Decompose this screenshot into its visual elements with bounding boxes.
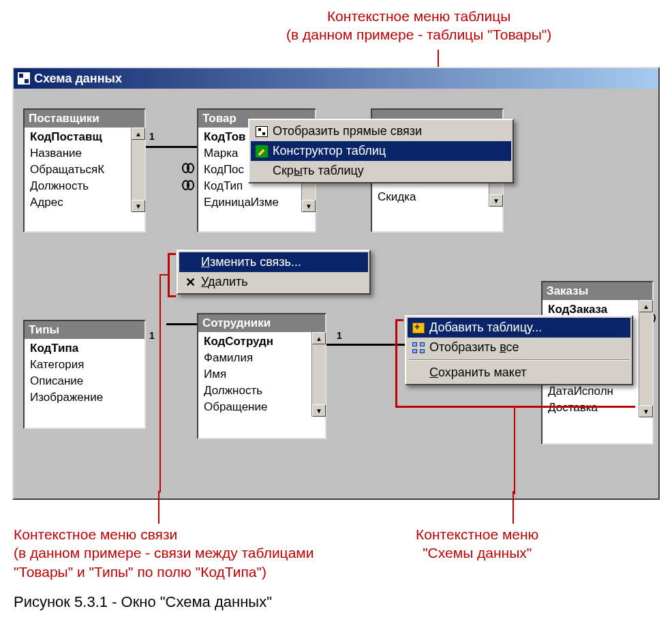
rel-line[interactable] xyxy=(144,146,199,148)
table-field[interactable]: КодПоставщ xyxy=(29,129,144,145)
table-header[interactable]: Поставщики xyxy=(25,110,144,128)
relationships-window: Схема данных 1 1 1 Поставщики КодПоставщ… xyxy=(12,67,660,500)
table-header[interactable]: Типы xyxy=(25,321,144,339)
table-field[interactable]: КодСотрудн xyxy=(202,333,325,350)
table-field[interactable]: Фамилия xyxy=(202,350,325,366)
scroll-down-button[interactable]: ▼ xyxy=(639,405,653,417)
rel-cardinality-many xyxy=(182,163,193,174)
menu-item-label: Удалить xyxy=(201,275,248,289)
scroll-down-button[interactable]: ▼ xyxy=(132,200,145,212)
menu-item-label: Отобразить все xyxy=(429,340,519,355)
menu-item-edit-relationship[interactable]: Изменить связь... xyxy=(179,252,368,272)
callout-line xyxy=(513,491,514,524)
rel-cardinality-many xyxy=(182,180,193,191)
annotation-bottom-left: Контекстное меню связи (в данном примере… xyxy=(14,525,314,581)
table-field[interactable]: Описание xyxy=(29,373,144,389)
window-titlebar[interactable]: Схема данных xyxy=(14,68,658,89)
menu-item-label: Конструктор таблиц xyxy=(273,144,386,158)
menu-item-delete[interactable]: ✕ Удалить xyxy=(179,272,368,292)
scrollbar[interactable]: ▲ ▼ xyxy=(311,332,325,417)
callout-line xyxy=(168,253,170,297)
context-menu-schema[interactable]: Добавить таблицу... Отобразить все Сохра… xyxy=(405,315,633,385)
callout-line xyxy=(159,274,161,492)
menu-item-add-table[interactable]: Добавить таблицу... xyxy=(408,318,630,338)
window-title: Схема данных xyxy=(34,72,122,86)
menu-item-label: Добавить таблицу... xyxy=(429,321,542,335)
context-menu-link[interactable]: Изменить связь... ✕ Удалить xyxy=(177,250,371,295)
blank-icon xyxy=(183,256,197,269)
callout-line xyxy=(168,253,176,255)
delete-icon: ✕ xyxy=(183,275,197,289)
table-field[interactable]: Доставка xyxy=(547,400,652,416)
scrollbar[interactable]: ▲ ▼ xyxy=(131,128,144,212)
table-header[interactable]: Сотрудники xyxy=(198,314,325,332)
menu-item-hide-table[interactable]: Скрыть таблицу xyxy=(251,161,511,181)
callout-line xyxy=(395,319,403,321)
table-field[interactable]: Обращение xyxy=(202,399,325,415)
callout-line xyxy=(395,319,397,408)
callout-line xyxy=(514,406,515,494)
table-field[interactable]: Должность xyxy=(29,178,144,194)
rel-icon xyxy=(255,125,269,138)
table-field[interactable]: Имя xyxy=(202,366,325,383)
table-field[interactable]: КодТипа xyxy=(29,340,144,357)
table-header[interactable]: Заказы xyxy=(543,282,652,300)
scroll-up-button[interactable]: ▲ xyxy=(132,128,145,140)
menu-item-show-direct-links[interactable]: Отобразить прямые связи xyxy=(251,121,511,141)
table-field[interactable]: Должность xyxy=(202,383,325,399)
add-table-icon xyxy=(412,321,425,335)
table-types[interactable]: Типы КодТипа Категория Описание Изображе… xyxy=(23,320,146,429)
annotation-top: Контекстное меню таблицы (в данном приме… xyxy=(286,7,551,44)
table-suppliers[interactable]: Поставщики КодПоставщ Название Обращатьс… xyxy=(23,108,146,233)
menu-item-show-all[interactable]: Отобразить все xyxy=(408,338,630,357)
table-field[interactable]: Скидка xyxy=(376,189,502,205)
context-menu-table[interactable]: Отобразить прямые связи Конструктор табл… xyxy=(248,119,514,183)
table-field[interactable]: ДатаИсполн xyxy=(547,383,652,400)
blank-icon xyxy=(412,366,425,380)
menu-item-label: Сохранить макет xyxy=(429,366,527,380)
rel-line[interactable] xyxy=(166,323,200,325)
scroll-up-button[interactable]: ▲ xyxy=(639,300,653,312)
scroll-down-button[interactable]: ▼ xyxy=(489,194,503,207)
callout-line xyxy=(158,491,159,524)
table-field[interactable]: Изображение xyxy=(29,389,144,406)
scroll-down-button[interactable]: ▼ xyxy=(312,404,326,417)
table-field[interactable]: ОбращатьсяК xyxy=(29,162,144,178)
rel-cardinality-one: 1 xyxy=(149,330,155,341)
rel-cardinality-one: 1 xyxy=(337,330,342,341)
scroll-down-button[interactable]: ▼ xyxy=(302,200,316,212)
grid-icon xyxy=(412,341,425,355)
menu-separator xyxy=(409,359,629,361)
callout-line xyxy=(168,295,176,297)
annotation-bottom-right: Контекстное меню "Схемы данных" xyxy=(416,525,538,563)
rel-cardinality-one: 1 xyxy=(149,131,155,142)
menu-item-label: Изменить связь... xyxy=(201,255,301,269)
table-employees[interactable]: Сотрудники КодСотрудн Фамилия Имя Должно… xyxy=(197,313,326,439)
table-field[interactable]: Категория xyxy=(29,357,144,373)
menu-item-save-layout[interactable]: Сохранить макет xyxy=(408,363,630,383)
menu-item-label: Отобразить прямые связи xyxy=(273,124,422,138)
scroll-up-button[interactable]: ▲ xyxy=(312,332,326,344)
table-field[interactable]: Адрес xyxy=(29,194,144,211)
callout-line xyxy=(395,406,635,408)
table-field[interactable]: ЕдиницаИзме xyxy=(202,194,315,211)
wrench-icon xyxy=(255,145,269,158)
diagram-canvas[interactable]: 1 1 1 Поставщики КодПоставщ Название Обр… xyxy=(16,91,656,496)
table-field[interactable]: Название xyxy=(29,145,144,162)
scrollbar[interactable]: ▲ ▼ xyxy=(639,300,652,417)
menu-item-label: Скрыть таблицу xyxy=(273,164,364,178)
app-icon xyxy=(18,72,30,85)
figure-caption: Рисунок 5.3.1 - Окно "Схема данных" xyxy=(14,593,272,611)
menu-item-table-design[interactable]: Конструктор таблиц xyxy=(251,141,511,161)
blank-icon xyxy=(255,164,269,178)
